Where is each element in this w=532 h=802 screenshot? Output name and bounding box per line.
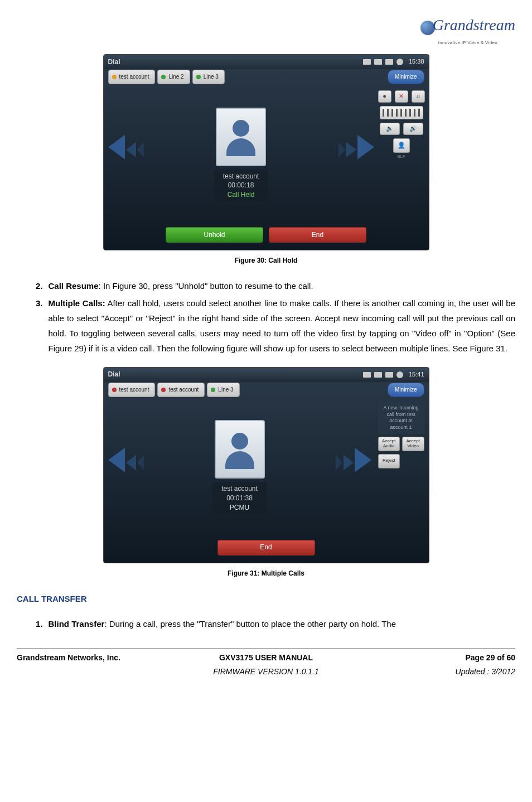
footer-company: Grandstream Networks, Inc.	[17, 651, 183, 665]
figure-31: Dial 15:41 test account test account Lin…	[17, 367, 515, 580]
unhold-button[interactable]: Unhold	[166, 227, 263, 243]
line-tab-1[interactable]: test account	[108, 70, 156, 84]
arrow-right-tiny-icon	[336, 455, 342, 471]
line-tab-label: test account	[119, 385, 149, 395]
accept-video-button[interactable]: Accept Video	[402, 437, 424, 451]
call-transfer-heading: CALL TRANSFER	[17, 591, 515, 606]
logo-text: Grandstream	[433, 16, 515, 33]
arrow-right-icon[interactable]	[355, 448, 371, 472]
logo-tagline: Innovative IP Voice & Video	[420, 39, 515, 47]
figure-30: Dial 15:38 test account Line 2 Line 3 Mi…	[17, 54, 515, 267]
blind-transfer-text: : During a call, press the "Transfer" bu…	[104, 619, 396, 629]
line-tab-1[interactable]: test account	[108, 383, 156, 397]
figure-30-caption: Figure 30: Call Hold	[17, 255, 515, 267]
status-network-icon	[374, 59, 382, 65]
minimize-button[interactable]: Minimize	[388, 70, 424, 84]
list-number-3: 3.	[36, 296, 43, 356]
device-screen-multiple-calls: Dial 15:41 test account test account Lin…	[103, 367, 429, 563]
status-card-icon	[363, 372, 371, 378]
multiple-calls-label: Multiple Calls:	[49, 298, 105, 308]
call-resume-label: Call Resume	[49, 281, 99, 291]
line-tab-label: Line 2	[168, 72, 183, 82]
status-dot-icon	[211, 388, 215, 392]
blf-button[interactable]: 👤	[393, 138, 410, 153]
line-tab-3[interactable]: Line 3	[207, 383, 239, 397]
arrow-right-small-icon	[344, 455, 354, 471]
brand-logo: Grandstream Innovative IP Voice & Video	[17, 11, 515, 49]
headset-button[interactable]: ♫	[412, 90, 425, 103]
page-footer: Grandstream Networks, Inc. GXV3175 USER …	[17, 648, 515, 665]
line-tab-label: test account	[119, 72, 149, 82]
status-clock: 15:41	[409, 369, 424, 380]
list-number-1: 1.	[36, 616, 43, 631]
call-status: Call Held	[223, 190, 259, 200]
line-tab-label: Line 3	[218, 385, 233, 395]
call-resume-text: : In Figure 30, press "Unhold" button to…	[99, 281, 313, 291]
record-button[interactable]: ●	[378, 90, 391, 103]
caller-name: test account	[221, 484, 258, 494]
status-dot-icon	[161, 388, 166, 392]
incoming-call-message: A new incoming call from test account at…	[378, 402, 424, 434]
footer-firmware: FIRMWARE VERSION 1.0.1.1	[183, 665, 349, 679]
arrow-left-icon[interactable]	[108, 448, 125, 472]
multiple-calls-text: After call hold, users could select anot…	[49, 298, 515, 353]
line-tab-3[interactable]: Line 3	[192, 70, 225, 84]
minimize-button[interactable]: Minimize	[388, 383, 424, 397]
call-duration: 00:00:18	[223, 181, 259, 190]
line-tab-2[interactable]: test account	[157, 383, 205, 397]
screen-title: Dial	[108, 369, 120, 381]
vol-down-button[interactable]: 🔈	[380, 123, 400, 135]
instruction-list: 2. Call Resume: In Figure 30, press "Unh…	[36, 278, 515, 356]
status-volume-icon	[385, 59, 393, 65]
status-dot-icon	[161, 75, 166, 79]
arrow-left-tiny-icon	[137, 142, 144, 158]
status-dot-icon	[112, 388, 117, 392]
page-footer-sub: FIRMWARE VERSION 1.0.1.1 Updated : 3/201…	[17, 665, 515, 679]
line-tab-2[interactable]: Line 2	[157, 70, 190, 84]
arrow-right-small-icon	[346, 142, 356, 158]
mute-mic-button[interactable]: ✕	[395, 90, 408, 103]
device-screen-call-hold: Dial 15:38 test account Line 2 Line 3 Mi…	[103, 54, 429, 250]
arrow-left-icon[interactable]	[108, 135, 125, 160]
blf-label: BLF	[393, 153, 410, 161]
caller-avatar	[215, 420, 265, 479]
footer-page: Page 29 of 60	[349, 651, 515, 665]
blind-transfer-label: Blind Transfer	[49, 619, 105, 629]
figure-31-caption: Figure 31: Multiple Calls	[17, 568, 515, 580]
screen-title: Dial	[108, 56, 120, 69]
end-button[interactable]: End	[217, 540, 315, 555]
transfer-list: 1. Blind Transfer: During a call, press …	[36, 616, 515, 631]
arrow-right-icon[interactable]	[357, 135, 374, 160]
vol-up-button[interactable]: 🔊	[403, 123, 423, 135]
status-dot-icon	[196, 75, 201, 79]
dtmf-keypad-button[interactable]	[380, 106, 423, 119]
arrow-right-tiny-icon	[338, 142, 345, 158]
arrow-left-tiny-icon	[137, 455, 144, 471]
status-sync-icon	[396, 371, 403, 378]
person-icon	[223, 430, 257, 469]
status-volume-icon	[385, 372, 393, 378]
person-icon	[224, 117, 258, 156]
arrow-left-small-icon	[126, 142, 136, 158]
caller-name: test account	[223, 172, 259, 181]
status-sync-icon	[396, 59, 403, 65]
status-clock: 15:38	[409, 56, 424, 67]
status-dot-icon	[112, 75, 117, 79]
footer-manual: GXV3175 USER MANUAL	[183, 651, 349, 665]
reject-button[interactable]: Reject	[378, 454, 400, 468]
line-tab-label: test account	[168, 385, 199, 395]
call-duration: 00:01:38	[221, 494, 258, 503]
caller-avatar	[216, 108, 266, 166]
arrow-left-small-icon	[126, 455, 136, 471]
footer-updated: Updated : 3/2012	[349, 665, 515, 679]
status-network-icon	[374, 372, 382, 378]
line-tab-label: Line 3	[204, 72, 219, 82]
status-card-icon	[363, 59, 371, 65]
end-button[interactable]: End	[269, 227, 366, 243]
list-number-2: 2.	[36, 278, 43, 293]
call-codec: PCMU	[221, 503, 258, 513]
accept-audio-button[interactable]: Accept Audio	[378, 437, 400, 451]
